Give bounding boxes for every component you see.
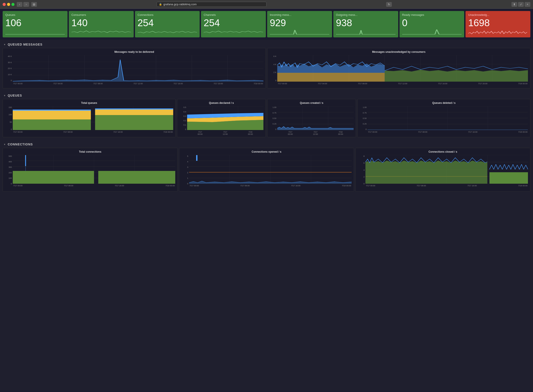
- chart-messages-unacknowledged: Messages unacknowledged by consumers 6 K…: [267, 48, 530, 89]
- metric-incoming: Incoming mess... 929: [267, 11, 332, 37]
- metric-unacknowledged-title: Unacknowledg...: [468, 13, 528, 17]
- metric-ready-sparkline: [402, 29, 462, 35]
- section-queued-messages[interactable]: ▼ QUEUED MESSAGES: [0, 40, 533, 48]
- x-axis-conn-opened: 7/17 00:00 7/17 08:00 7/17 16:00 7/18 00…: [189, 185, 352, 187]
- chart-total-connections-title: Total connections: [5, 150, 175, 153]
- chevron-down-icon: ▼: [4, 43, 6, 46]
- address-bar[interactable]: 🔒 grafana.gcp.rabbitmq.com: [157, 2, 267, 7]
- metric-queues: Queues 106: [3, 11, 68, 37]
- chart-connections-opened-area: 5 4 3 2 1 0: [181, 155, 352, 189]
- metric-channels-value: 254: [204, 18, 263, 28]
- chart-total-connections-area: 500 400 300 200 100 0: [5, 155, 175, 189]
- metric-outgoing-value: 938: [336, 18, 396, 28]
- svg-marker-22: [277, 73, 385, 82]
- chart-connections-opened-title: Connections opened / s: [181, 150, 352, 153]
- section-queued-messages-label: QUEUED MESSAGES: [8, 43, 42, 46]
- y-axis-declared: 0.5 0.4 0.3 0.2 0.1 0: [179, 106, 187, 131]
- chart-conn-closed-content: 7/17 00:00 7/17 08:00 7/17 16:00 7/18 00…: [366, 155, 528, 184]
- metric-ready: Ready messages 0: [399, 11, 464, 37]
- y-axis-ready: 40 K 30 K 20 K 10 K 0: [5, 55, 13, 82]
- traffic-lights: [3, 3, 14, 6]
- chart-connections-closed-area: 8 6 4 2 0: [358, 155, 528, 189]
- forward-button[interactable]: ›: [23, 2, 29, 7]
- chart-connections-opened: Connections opened / s 5 4 3 2 1 0: [179, 148, 354, 191]
- metric-channels: Channels 254: [201, 11, 266, 37]
- y-axis-created: 1.00 0.75 0.50 0.25 0: [269, 106, 277, 131]
- chart-messages-ready-title: Messages ready to be delivered: [5, 50, 264, 53]
- svg-rect-37: [95, 108, 173, 110]
- metric-connections-title: Connections: [138, 13, 197, 17]
- svg-rect-35: [95, 115, 173, 130]
- chart-declared-content: 7/1700:00 7/1712:00 7/1800:00: [187, 106, 264, 130]
- share-button[interactable]: ⬆: [511, 2, 517, 7]
- new-tab-button[interactable]: +: [525, 2, 530, 7]
- chart-queues-created: Queues created / s 1.00 0.75 0.50 0.25 0: [267, 99, 356, 137]
- maximize-button[interactable]: [11, 3, 14, 6]
- back-button[interactable]: ‹: [17, 2, 23, 7]
- metrics-bar: Queues 106 Consumers 140 Connections 254: [0, 9, 533, 40]
- metric-incoming-title: Incoming mess...: [270, 13, 329, 17]
- lock-icon: 🔒: [159, 3, 162, 6]
- chart-queues-declared-area: 0.5 0.4 0.3 0.2 0.1 0: [179, 106, 264, 135]
- metric-queues-sparkline: [5, 29, 65, 35]
- connections-charts: Total connections 500 400 300 200 100 0: [0, 148, 533, 194]
- section-queues-label: QUEUES: [8, 94, 22, 97]
- nav-buttons: ‹ ›: [17, 2, 29, 7]
- x-axis-total-q: 7/17 00:00 7/17 08:00 7/17 16:00 7/18 00…: [13, 131, 173, 133]
- y-axis-deleted: 1.00 0.75 0.50 0.25 0: [360, 106, 367, 131]
- chart-connections-closed-title: Connections closed / s: [358, 150, 528, 153]
- url-text: grafana.gcp.rabbitmq.com: [163, 3, 197, 6]
- svg-rect-76: [13, 171, 94, 184]
- x-axis-declared: 7/1700:00 7/1712:00 7/1800:00: [187, 131, 264, 135]
- svg-rect-33: [13, 111, 91, 119]
- metric-queues-value: 106: [5, 18, 65, 28]
- svg-rect-36: [95, 110, 173, 115]
- chart-messages-unacknowledged-area: 6 K 4 K 2 K 0: [269, 55, 528, 86]
- minimize-button[interactable]: [7, 3, 10, 6]
- svg-marker-11: [13, 60, 264, 82]
- chart-queues-deleted: Queues deleted / s 1.00 0.75 0.50 0.25 0: [357, 99, 530, 137]
- chart-queues-deleted-area: 1.00 0.75 0.50 0.25 0: [360, 106, 528, 135]
- x-axis-conn-closed: 7/17 00:00 7/17 08:00 7/17 16:00 7/18 00…: [366, 185, 528, 187]
- metric-connections-value: 254: [138, 18, 197, 28]
- svg-rect-34: [13, 110, 91, 111]
- chart-total-conn-content: 7/17 00:00 7/17 08:00 7/17 16:00 7/18 00…: [13, 155, 175, 184]
- metric-outgoing: Outgoing mess... 938: [333, 11, 398, 37]
- metric-ready-title: Ready messages: [402, 13, 462, 17]
- chart-connections-closed: Connections closed / s 8 6 4 2 0: [355, 148, 530, 191]
- chart-messages-ready-content: 7/17 00:00 7/17 04:00 7/17 08:00 7/17 12…: [13, 55, 264, 82]
- connections-chevron-icon: ▼: [4, 143, 6, 146]
- y-axis-conn-closed: 8 6 4 2 0: [358, 155, 366, 185]
- metric-ready-value: 0: [402, 18, 462, 28]
- metric-unacknowledged-sparkline: [468, 29, 528, 35]
- chart-conn-opened-content: 7/17 00:00 7/17 08:00 7/17 16:00 7/18 00…: [189, 155, 352, 184]
- close-button[interactable]: [3, 3, 6, 6]
- refresh-button[interactable]: ↻: [386, 2, 392, 7]
- x-axis-created: 7/1700:00 7/1712:00 7/1800:00: [277, 131, 354, 135]
- metric-consumers-sparkline: [71, 29, 131, 35]
- chart-total-queues-content: 7/17 00:00 7/17 08:00 7/17 16:00 7/18 00…: [13, 106, 173, 130]
- browser-actions: ⬆ ⤢ +: [511, 2, 530, 7]
- chart-total-queues: Total queues 150 100 50 0: [3, 99, 176, 137]
- chart-messages-unacknowledged-title: Messages unacknowledged by consumers: [269, 50, 528, 53]
- section-connections-label: CONNECTIONS: [8, 143, 33, 146]
- x-axis-total-conn: 7/17 00:00 7/17 08:00 7/17 16:00 7/18 00…: [13, 185, 175, 187]
- metric-consumers-title: Consumers: [71, 13, 131, 17]
- chart-total-queues-area: 150 100 50 0: [5, 106, 173, 135]
- y-axis-total-q: 150 100 50 0: [5, 106, 13, 131]
- metric-outgoing-sparkline: [336, 29, 396, 35]
- section-connections[interactable]: ▼ CONNECTIONS: [0, 140, 533, 148]
- chart-messages-ready: Messages ready to be delivered 40 K 30 K…: [3, 48, 266, 89]
- chart-created-content: 7/1700:00 7/1712:00 7/1800:00: [277, 106, 354, 130]
- chart-unack-content: 7/17 00:00 7/17 04:00 7/17 08:00 7/17 12…: [277, 55, 528, 82]
- metric-unacknowledged: Unacknowledg... 1698: [465, 11, 530, 37]
- fullscreen-button[interactable]: ⤢: [518, 2, 524, 7]
- section-queues[interactable]: ▼ QUEUES: [0, 91, 533, 99]
- chart-messages-ready-area: 40 K 30 K 20 K 10 K 0: [5, 55, 264, 86]
- metric-channels-sparkline: [204, 29, 263, 35]
- chart-deleted-content: 7/17 00:00 7/17 08:00 7/17 16:00 7/18 00…: [367, 106, 528, 130]
- sidebar-button[interactable]: ⊞: [31, 2, 37, 7]
- chart-queues-created-title: Queues created / s: [269, 101, 354, 104]
- metric-incoming-value: 929: [270, 18, 329, 28]
- chart-queues-deleted-title: Queues deleted / s: [360, 101, 528, 104]
